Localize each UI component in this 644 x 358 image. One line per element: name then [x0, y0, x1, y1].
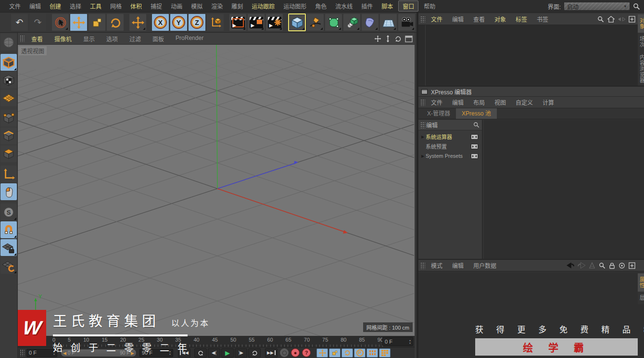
- frame-number-field[interactable]: 0 F ▲▼: [26, 349, 57, 357]
- render-settings-button[interactable]: ▶: [265, 13, 283, 31]
- enable-snap-button[interactable]: [0, 221, 17, 238]
- pool-tree-item[interactable]: ▶ System Presets: [418, 151, 482, 161]
- x-axis-lock-button[interactable]: X: [152, 13, 169, 31]
- move-tool[interactable]: [70, 13, 88, 31]
- xpresso-titlebar[interactable]: XPresso 编辑器: [418, 87, 644, 97]
- drag-grip[interactable]: [420, 122, 425, 128]
- drag-grip[interactable]: [420, 16, 425, 23]
- menubar-item[interactable]: 编辑: [25, 0, 45, 12]
- edges-mode-button[interactable]: [0, 128, 17, 144]
- viewport-rotate-icon[interactable]: [394, 35, 402, 42]
- history-back-icon[interactable]: [567, 262, 574, 268]
- add-cube-primitive-button[interactable]: [288, 13, 306, 31]
- menubar-item[interactable]: 网格: [106, 0, 126, 12]
- render-view-button[interactable]: ▶: [229, 13, 247, 31]
- keyframe-selection-button[interactable]: [366, 348, 378, 358]
- subdivision-surface-button[interactable]: [325, 13, 342, 31]
- xpresso-menu-item[interactable]: 自定义: [511, 96, 538, 108]
- menubar-item[interactable]: 插件: [357, 0, 377, 12]
- xpresso-menu-item[interactable]: 文件: [426, 96, 447, 108]
- history-forward-icon[interactable]: [578, 262, 585, 268]
- menubar-item[interactable]: 文件: [5, 0, 25, 12]
- render-picture-viewer-button[interactable]: ▶: [247, 13, 265, 31]
- make-editable-button[interactable]: [0, 34, 17, 51]
- drag-grip[interactable]: [420, 262, 425, 269]
- scale-tool[interactable]: [88, 13, 106, 31]
- workplane-mode-cycle-button[interactable]: [0, 257, 17, 274]
- target-icon[interactable]: [619, 262, 625, 269]
- next-key-button[interactable]: [248, 348, 261, 358]
- points-mode-button[interactable]: [0, 110, 17, 127]
- deformer-button[interactable]: [361, 13, 379, 31]
- object-list[interactable]: [418, 25, 638, 86]
- goto-end-button[interactable]: ▶▶: [265, 348, 278, 358]
- viewport-maximize-icon[interactable]: [405, 36, 413, 42]
- pool-header[interactable]: 编辑: [418, 120, 482, 130]
- sound-toggle-button[interactable]: [280, 348, 289, 357]
- extrude-generator-button[interactable]: [343, 13, 361, 31]
- menubar-item[interactable]: 脚本: [377, 0, 397, 12]
- search-icon[interactable]: [473, 122, 480, 128]
- keyframe-presets-button[interactable]: [379, 348, 391, 358]
- prev-frame-button[interactable]: ◀(: [208, 348, 220, 358]
- pool-tree-item[interactable]: ▶ 系统运算器: [418, 132, 482, 141]
- menubar-item[interactable]: 窗口: [398, 0, 418, 12]
- model-mode-button[interactable]: [0, 54, 17, 71]
- xpresso-menu-item[interactable]: 编辑: [447, 96, 468, 108]
- undo-button[interactable]: ↶: [11, 13, 28, 31]
- workplane-mode-button[interactable]: [0, 90, 17, 106]
- last-used-tool[interactable]: [129, 13, 147, 31]
- axis-mode-button[interactable]: [0, 166, 17, 182]
- viewport-menu-item[interactable]: 摄像机: [49, 33, 77, 45]
- xpresso-node-graph[interactable]: [484, 120, 644, 259]
- viewport-zoom-icon[interactable]: [385, 35, 391, 42]
- xpresso-menu-item[interactable]: 计算: [538, 96, 559, 108]
- object-manager-menu-item[interactable]: 书签: [532, 13, 553, 25]
- pool-tree-item[interactable]: ▶ 系统预置: [418, 141, 482, 151]
- viewport-menu-item[interactable]: ProRender: [170, 33, 209, 45]
- panel-side-tab[interactable]: 场次: [638, 33, 644, 51]
- spline-pen-button[interactable]: [306, 13, 324, 31]
- coordinate-system-button[interactable]: [206, 13, 224, 31]
- xpresso-tab[interactable]: XPresso 池: [456, 107, 497, 119]
- autokey-help-button[interactable]: ?: [302, 348, 311, 357]
- object-manager-menu-item[interactable]: 对象: [490, 13, 511, 25]
- object-manager-menu-item[interactable]: 文件: [426, 13, 447, 25]
- texture-mode-button[interactable]: [0, 72, 17, 89]
- redo-button[interactable]: ↷: [29, 13, 47, 31]
- panel-side-tab[interactable]: 层: [638, 292, 644, 304]
- attribute-menu-item[interactable]: 模式: [426, 259, 447, 271]
- menubar-item[interactable]: 创建: [45, 0, 65, 12]
- live-selection-tool[interactable]: [51, 13, 69, 31]
- drag-grip[interactable]: [20, 35, 25, 42]
- range-left-arrow-icon[interactable]: ◀: [63, 351, 66, 356]
- viewport-menu-item[interactable]: 显示: [77, 33, 101, 45]
- play-button[interactable]: ▶: [221, 348, 234, 358]
- panel-side-tab[interactable]: 内容浏览器: [638, 51, 644, 87]
- drag-grip[interactable]: [420, 99, 425, 106]
- rotate-tool[interactable]: [106, 13, 124, 31]
- y-axis-lock-button[interactable]: Y: [170, 13, 188, 31]
- menubar-item[interactable]: 选择: [65, 0, 86, 12]
- attribute-menu-item[interactable]: 编辑: [447, 259, 468, 271]
- xpresso-tab[interactable]: X-管理器: [421, 107, 456, 119]
- menubar-item[interactable]: 渲染: [207, 0, 227, 12]
- end-frame-field[interactable]: 90 F ▲▼: [139, 349, 173, 357]
- floor-environment-button[interactable]: [379, 13, 397, 31]
- spray-cone-icon[interactable]: [589, 262, 595, 269]
- drag-grip[interactable]: [20, 349, 25, 356]
- panel-side-tab[interactable]: 属性: [638, 273, 644, 292]
- menubar-item[interactable]: 运动跟踪: [247, 0, 279, 12]
- timeline-ruler[interactable]: 051015202530354045505560657075808590 0 F…: [18, 336, 415, 347]
- menubar-item[interactable]: 捕捉: [146, 0, 166, 12]
- preview-range-slider[interactable]: ◀ 0 F 90 F ▶: [61, 349, 137, 357]
- viewport-canvas[interactable]: 透视视图 Y 网格间距 : 100 cm: [18, 45, 415, 336]
- spin-down-icon[interactable]: ▼: [409, 342, 411, 345]
- camera-button[interactable]: [398, 13, 416, 31]
- snap-settings-button[interactable]: S: [0, 204, 17, 220]
- menubar-item[interactable]: 动画: [166, 0, 187, 12]
- add-panel-icon[interactable]: [629, 262, 635, 269]
- perspective-viewport[interactable]: 查看 摄像机 显示 选项 过滤 面板 ProRender: [18, 33, 415, 336]
- workplane-lock-button[interactable]: [0, 239, 17, 256]
- expand-arrow-icon[interactable]: ▶: [421, 154, 426, 158]
